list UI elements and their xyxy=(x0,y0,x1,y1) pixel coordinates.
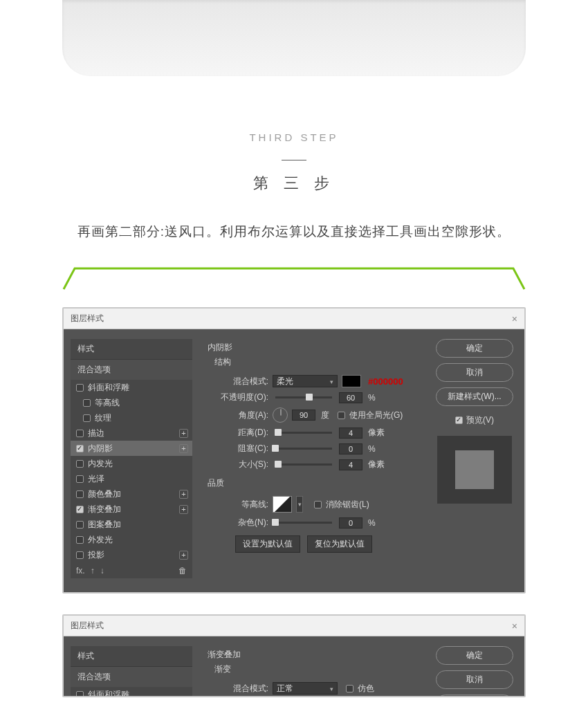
plus-icon[interactable]: + xyxy=(179,444,188,453)
contour-label: 等高线: xyxy=(208,499,268,511)
style-contour[interactable]: 等高线 xyxy=(71,395,192,410)
step-heading: THIRD STEP 第 三 步 xyxy=(0,131,588,194)
style-outer-glow[interactable]: 外发光 xyxy=(71,532,192,547)
angle-input[interactable]: 90 xyxy=(292,410,315,421)
dialog-title: 图层样式 xyxy=(71,313,104,324)
arrow-down-icon[interactable]: ↓ xyxy=(100,566,104,576)
arrow-up-icon[interactable]: ↑ xyxy=(91,566,95,576)
dialog-titlebar: 图层样式 × xyxy=(64,616,524,636)
choke-input[interactable]: 0 xyxy=(339,443,362,454)
step-en: THIRD STEP xyxy=(0,131,588,143)
step-description: 再画第二部分:送风口。利用布尔运算以及直接选择工具画出空隙形状。 xyxy=(0,223,588,241)
blend-mode-label: 混合模式: xyxy=(208,683,268,695)
cancel-button[interactable]: 取消 xyxy=(436,670,513,689)
style-satin[interactable]: 光泽 xyxy=(71,471,192,486)
panel-title: 渐变叠加 xyxy=(208,649,418,661)
preview-box xyxy=(437,436,512,504)
color-annotation: #000000 xyxy=(368,376,403,387)
styles-header[interactable]: 样式 xyxy=(71,339,192,360)
gradient-label: 渐变 xyxy=(214,663,418,675)
size-input[interactable]: 4 xyxy=(339,459,362,470)
dither-label: 仿色 xyxy=(358,683,374,695)
dialog-right-panel: 确定 取消 新建样式(W)... 预览(V) xyxy=(433,339,516,578)
layer-style-dialog-1: 图层样式 × 样式 混合选项 斜面和浮雕 等高线 纹理 描边+ 内阴影+ 内发光… xyxy=(62,307,526,594)
reset-default-button[interactable]: 复位为默认值 xyxy=(307,535,372,553)
styles-list: 样式 混合选项 斜面和浮雕 等高线 xyxy=(71,646,192,697)
step-divider xyxy=(282,160,306,160)
style-gradient-overlay[interactable]: 渐变叠加+ xyxy=(71,502,192,517)
style-bevel[interactable]: 斜面和浮雕 xyxy=(71,687,192,697)
ok-button[interactable]: 确定 xyxy=(436,339,513,358)
plus-icon[interactable]: + xyxy=(179,429,188,438)
style-bevel[interactable]: 斜面和浮雕 xyxy=(71,380,192,395)
panel-title: 内阴影 xyxy=(208,342,418,354)
layer-style-dialog-2: 图层样式 × 样式 混合选项 斜面和浮雕 等高线 渐变叠加 渐变 混合模式: 正… xyxy=(62,614,526,697)
angle-label: 角度(A): xyxy=(208,410,268,421)
new-style-button[interactable]: 新建样式(W)... xyxy=(436,387,513,406)
structure-label: 结构 xyxy=(214,356,418,368)
plus-icon[interactable]: + xyxy=(179,551,188,560)
color-swatch[interactable] xyxy=(342,375,361,387)
blend-mode-select[interactable]: 正常 xyxy=(273,682,338,695)
trash-icon[interactable]: 🗑 xyxy=(178,566,187,576)
style-inner-shadow[interactable]: 内阴影+ xyxy=(71,441,192,456)
distance-label: 距离(D): xyxy=(208,427,268,439)
blend-mode-label: 混合模式: xyxy=(208,376,268,387)
choke-slider[interactable] xyxy=(275,448,332,450)
styles-footer: fx. ↑ ↓ 🗑 xyxy=(71,563,192,578)
choke-label: 阻塞(C): xyxy=(208,443,268,454)
opacity-label: 不透明度(O): xyxy=(208,392,268,403)
inner-shadow-panel: 内阴影 结构 混合模式: 柔光 #000000 不透明度(O): 60 % 角度… xyxy=(202,339,423,578)
preview-checkbox[interactable] xyxy=(455,416,463,424)
styles-header[interactable]: 样式 xyxy=(71,646,192,667)
dialog-titlebar: 图层样式 × xyxy=(64,309,524,329)
style-drop-shadow[interactable]: 投影+ xyxy=(71,547,192,562)
style-pattern-overlay[interactable]: 图案叠加 xyxy=(71,517,192,532)
antialias-label: 消除锯齿(L) xyxy=(326,499,369,511)
opacity-slider[interactable] xyxy=(275,396,332,398)
cancel-button[interactable]: 取消 xyxy=(436,363,513,382)
angle-dial[interactable] xyxy=(273,407,288,423)
dialog-title: 图层样式 xyxy=(71,620,104,632)
preview-label: 预览(V) xyxy=(466,414,494,426)
new-style-button[interactable]: 新建样式(W)... xyxy=(436,695,513,697)
close-icon[interactable]: × xyxy=(512,621,517,632)
ok-button[interactable]: 确定 xyxy=(436,646,513,665)
size-slider[interactable] xyxy=(275,463,332,466)
blend-options[interactable]: 混合选项 xyxy=(71,360,192,380)
ac-illustration xyxy=(62,0,526,76)
size-label: 大小(S): xyxy=(208,459,268,470)
blend-mode-select[interactable]: 柔光 xyxy=(273,375,338,387)
style-inner-glow[interactable]: 内发光 xyxy=(71,456,192,471)
global-light-label: 使用全局光(G) xyxy=(349,410,403,421)
plus-icon[interactable]: + xyxy=(179,505,188,514)
gradient-overlay-panel: 渐变叠加 渐变 混合模式: 正常 仿色 不透明度(P): 100 % 反向(R)… xyxy=(202,646,423,697)
styles-list: 样式 混合选项 斜面和浮雕 等高线 纹理 描边+ 内阴影+ 内发光 光泽 颜色叠… xyxy=(71,339,192,578)
quality-label: 品质 xyxy=(208,477,418,489)
noise-label: 杂色(N): xyxy=(208,517,268,529)
step-cn: 第 三 步 xyxy=(0,173,588,194)
opacity-input[interactable]: 60 xyxy=(339,392,362,403)
style-color-overlay[interactable]: 颜色叠加+ xyxy=(71,486,192,502)
style-stroke[interactable]: 描边+ xyxy=(71,425,192,441)
dither-checkbox[interactable] xyxy=(346,685,353,692)
make-default-button[interactable]: 设置为默认值 xyxy=(235,535,300,553)
fx-icon[interactable]: fx. xyxy=(76,566,85,576)
noise-input[interactable]: 0 xyxy=(339,517,362,529)
contour-caret-icon[interactable]: ▾ xyxy=(296,496,303,513)
contour-picker[interactable] xyxy=(273,496,292,513)
global-light-checkbox[interactable] xyxy=(338,412,345,419)
noise-slider[interactable] xyxy=(275,522,332,524)
close-icon[interactable]: × xyxy=(512,313,517,324)
distance-input[interactable]: 4 xyxy=(339,428,362,439)
distance-slider[interactable] xyxy=(275,432,332,434)
green-bracket xyxy=(62,266,526,291)
blend-options[interactable]: 混合选项 xyxy=(71,667,192,687)
dialog-right-panel: 确定 取消 新建样式(W)... xyxy=(433,646,516,697)
antialias-checkbox[interactable] xyxy=(314,501,322,508)
style-texture[interactable]: 纹理 xyxy=(71,410,192,425)
plus-icon[interactable]: + xyxy=(179,490,188,499)
